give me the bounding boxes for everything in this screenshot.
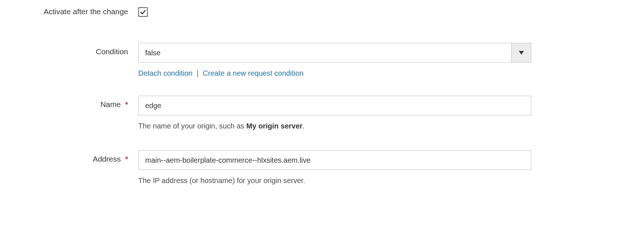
activate-row: Activate after the change xyxy=(15,7,629,17)
condition-links: Detach condition | Create a new request … xyxy=(138,69,531,78)
address-row: Address * The IP address (or hostname) f… xyxy=(15,150,629,185)
name-input[interactable] xyxy=(138,96,531,115)
svg-marker-0 xyxy=(519,51,524,55)
activate-label: Activate after the change xyxy=(15,7,138,16)
required-star-icon: * xyxy=(125,100,128,108)
address-help: The IP address (or hostname) for your or… xyxy=(138,177,531,185)
condition-select-value: false xyxy=(139,43,511,62)
name-help: The name of your origin, such as My orig… xyxy=(138,122,531,130)
condition-select[interactable]: false xyxy=(138,43,531,63)
create-condition-link[interactable]: Create a new request condition xyxy=(203,69,303,77)
address-field: The IP address (or hostname) for your or… xyxy=(138,150,531,185)
activate-checkbox[interactable] xyxy=(138,7,148,17)
caret-down-icon xyxy=(519,51,524,55)
check-icon xyxy=(139,8,147,16)
address-label-col: Address * xyxy=(15,150,138,163)
name-field: The name of your origin, such as My orig… xyxy=(138,96,531,130)
condition-select-arrow xyxy=(511,43,531,62)
name-help-bold: My origin server xyxy=(246,122,303,130)
condition-label: Condition xyxy=(15,43,138,56)
condition-field: false Detach condition | Create a new re… xyxy=(138,43,531,78)
name-label-col: Name * xyxy=(15,96,138,109)
link-separator: | xyxy=(197,69,199,77)
condition-row: Condition false Detach condition | Creat… xyxy=(15,43,629,78)
name-label: Name xyxy=(100,100,121,108)
required-star-icon: * xyxy=(125,155,128,163)
name-row: Name * The name of your origin, such as … xyxy=(15,96,629,130)
address-label: Address xyxy=(93,155,121,163)
activate-field xyxy=(138,7,531,17)
name-help-prefix: The name of your origin, such as xyxy=(138,122,246,130)
address-input[interactable] xyxy=(138,150,531,170)
name-help-suffix: . xyxy=(302,122,305,130)
detach-condition-link[interactable]: Detach condition xyxy=(138,69,192,77)
